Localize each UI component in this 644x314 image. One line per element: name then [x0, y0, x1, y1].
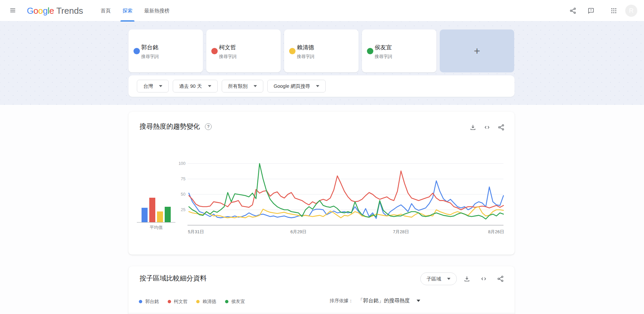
download-icon	[469, 124, 477, 131]
share-chart-button[interactable]	[494, 272, 507, 286]
term-type-label: 搜尋字詞	[141, 54, 198, 60]
share-chart-button[interactable]	[495, 121, 507, 133]
legend-label: 郭台銘	[145, 299, 159, 305]
category-filter-dropdown[interactable]: 所有類別	[222, 80, 263, 92]
category-filter-value: 所有類別	[228, 83, 248, 89]
apps-grid-icon	[610, 7, 617, 14]
interest-line-chart: 2550751005月31日6月29日7月28日8月26日	[175, 158, 509, 239]
search-type-filter-value: Google 網頁搜尋	[274, 83, 310, 89]
trends-wordmark: Trends	[56, 6, 83, 16]
term-color-dot	[133, 48, 140, 54]
google-trends-logo[interactable]: Google Trends	[27, 6, 83, 16]
avg-bar	[157, 211, 163, 222]
subregion-card-actions: 子區域	[420, 272, 507, 286]
term-color-dot	[367, 48, 373, 54]
term-color-dot	[211, 48, 218, 54]
series-legend: 郭台銘 柯文哲 賴清德 侯友宜	[139, 299, 245, 305]
legend-label: 賴清德	[203, 299, 216, 305]
average-bar-chart: 平均值	[137, 186, 175, 231]
code-embed-icon	[480, 275, 487, 282]
embed-button[interactable]	[481, 121, 493, 133]
embed-button[interactable]	[477, 272, 490, 286]
account-avatar[interactable]: R	[625, 5, 637, 17]
help-icon[interactable]: ?	[205, 123, 212, 130]
avg-bar	[165, 207, 171, 223]
avg-bar	[142, 208, 148, 222]
term-card-3[interactable]: 賴清德 搜尋字詞	[284, 29, 359, 72]
google-trends-explore-page: Google Trends 首頁 探索 最新熱搜榜	[0, 0, 644, 314]
nav-tabs: 首頁 探索 最新熱搜榜	[101, 0, 169, 21]
svg-text:7月28日: 7月28日	[393, 229, 409, 234]
download-button[interactable]	[467, 121, 479, 133]
time-range-filter-value: 過去 90 天	[179, 83, 202, 89]
share-icon	[497, 124, 505, 131]
region-filter-value: 台灣	[143, 83, 153, 89]
chevron-down-icon	[447, 278, 450, 280]
tab-explore[interactable]: 探索	[122, 0, 132, 21]
search-type-filter-dropdown[interactable]: Google 網頁搜尋	[267, 80, 326, 92]
term-card-2[interactable]: 柯文哲 搜尋字詞	[206, 29, 281, 72]
divider	[128, 313, 515, 313]
legend-label: 侯友宜	[231, 299, 245, 305]
term-name: 賴清德	[297, 44, 354, 51]
add-comparison-card[interactable]: +	[440, 29, 514, 72]
interest-card-actions	[467, 121, 507, 133]
svg-text:8月26日: 8月26日	[488, 229, 504, 234]
comparison-hero-section: 郭台銘 搜尋字詞 柯文哲 搜尋字詞 賴清德 搜尋字詞 侯友宜 搜尋字詞 +	[0, 21, 644, 105]
avg-bar	[149, 198, 155, 222]
top-nav: Google Trends 首頁 探索 最新熱搜榜	[0, 0, 644, 21]
term-type-label: 搜尋字詞	[219, 54, 276, 60]
chevron-down-icon	[208, 85, 211, 87]
share-icon	[569, 7, 577, 14]
interest-card-title: 搜尋熱度的趨勢變化	[140, 122, 200, 131]
download-icon	[463, 275, 471, 282]
subregion-level-value: 子區域	[427, 276, 441, 282]
svg-text:6月29日: 6月29日	[290, 229, 307, 234]
interest-over-time-card: 搜尋熱度的趨勢變化 ?	[128, 112, 515, 255]
svg-text:100: 100	[178, 161, 185, 166]
chevron-down-icon	[316, 85, 319, 87]
legend-item: 賴清德	[196, 299, 216, 305]
google-apps-button[interactable]	[607, 4, 621, 17]
sort-by-dropdown[interactable]: 排序依據： 「郭台銘」的搜尋熱度	[330, 297, 420, 304]
region-filter-dropdown[interactable]: 台灣	[137, 80, 169, 92]
filter-bar: 台灣 過去 90 天 所有類別 Google 網頁搜尋	[128, 75, 515, 97]
hamburger-icon	[9, 7, 16, 15]
term-name: 郭台銘	[141, 44, 198, 51]
download-button[interactable]	[460, 272, 474, 286]
chevron-down-icon	[417, 300, 420, 302]
feedback-button[interactable]	[584, 4, 598, 17]
code-embed-icon	[483, 124, 491, 131]
hamburger-menu-button[interactable]	[5, 3, 20, 18]
sort-by-label: 排序依據：	[330, 298, 353, 304]
term-type-label: 搜尋字詞	[297, 54, 354, 60]
svg-text:25: 25	[181, 207, 185, 212]
average-label: 平均值	[137, 225, 175, 231]
plus-icon: +	[474, 45, 480, 57]
subregion-breakdown-card: 按子區域比較細分資料 子區域	[128, 266, 515, 314]
term-type-label: 搜尋字詞	[375, 54, 432, 60]
legend-item: 郭台銘	[139, 299, 159, 305]
term-name: 柯文哲	[219, 44, 276, 51]
term-name: 侯友宜	[375, 44, 432, 51]
legend-dot	[168, 300, 171, 303]
google-wordmark: Google	[27, 6, 54, 16]
chevron-down-icon	[254, 85, 257, 87]
legend-item: 侯友宜	[225, 299, 245, 305]
share-button[interactable]	[566, 4, 580, 17]
svg-text:75: 75	[181, 177, 185, 181]
tab-trending-searches[interactable]: 最新熱搜榜	[144, 0, 169, 21]
legend-item: 柯文哲	[168, 299, 188, 305]
svg-text:50: 50	[181, 192, 185, 197]
term-card-4[interactable]: 侯友宜 搜尋字詞	[362, 29, 436, 72]
tab-home[interactable]: 首頁	[101, 0, 111, 21]
feedback-icon	[587, 7, 595, 14]
term-color-dot	[289, 48, 296, 54]
share-icon	[497, 275, 504, 282]
legend-dot	[225, 300, 228, 303]
term-card-1[interactable]: 郭台銘 搜尋字詞	[128, 29, 203, 72]
legend-dot	[139, 300, 142, 303]
subregion-level-dropdown[interactable]: 子區域	[420, 272, 457, 285]
term-cards-row: 郭台銘 搜尋字詞 柯文哲 搜尋字詞 賴清德 搜尋字詞 侯友宜 搜尋字詞 +	[128, 29, 515, 72]
time-range-filter-dropdown[interactable]: 過去 90 天	[173, 80, 218, 92]
